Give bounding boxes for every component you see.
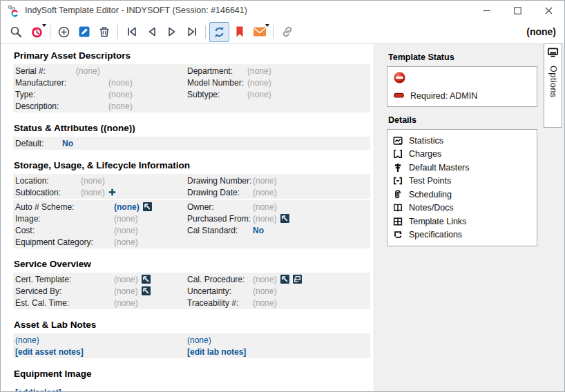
field-default-label: Default: [15,139,62,148]
plus-icon[interactable] [108,188,116,196]
template-editor-window: IndySoft Template Editor - INDYSOFT (Ses… [0,0,565,392]
field-drawing-date-value: (none) [253,188,277,197]
next-button[interactable] [162,22,182,42]
next-icon [166,26,178,38]
current-record-label: (none) [526,26,556,37]
field-cost-label: Cost: [15,226,114,235]
required-dash-icon [394,91,404,101]
jump-icon[interactable] [142,286,151,295]
last-icon [186,26,198,38]
test-points-icon [392,176,403,186]
field-cal-procedure-value: (none) [253,275,277,284]
section-primary-asset-descriptors: Primary Asset DescriptorsSerial #:(none)… [13,50,374,112]
toolbar-buttons [6,22,297,42]
section-equipment-image: Equipment Image[add/select] [13,368,374,392]
add-icon [57,26,70,39]
options-tab-label: Options [548,66,558,98]
jump-icon[interactable] [280,275,289,284]
details-item-default-masters[interactable]: Default Masters [392,161,532,175]
refresh-button[interactable] [209,22,229,42]
history-button[interactable] [26,22,46,42]
link-button[interactable] [277,22,297,42]
specifications-icon [392,230,403,239]
jump-icon[interactable] [143,202,152,211]
first-button[interactable] [122,22,142,42]
main-sections: Primary Asset DescriptorsSerial #:(none)… [1,44,374,391]
field-row: Equipment Category:(none) [13,236,370,248]
details-title: Details [388,115,564,125]
email-button[interactable] [249,22,269,42]
field-type-label: Type: [15,90,108,99]
last-button[interactable] [182,22,202,42]
field-block: Cert. Template:(none)Cal. Procedure:(non… [13,273,370,309]
jump-icon[interactable] [142,275,151,284]
delete-button[interactable] [94,22,114,42]
jump-icon[interactable] [280,214,289,223]
titlebar: IndySoft Template Editor - INDYSOFT (Ses… [1,1,564,20]
previous-button[interactable] [142,22,162,42]
maximize-button[interactable] [502,1,533,20]
details-item-notes-docs[interactable]: Notes/Docs [392,202,532,215]
scheduling-icon [392,190,403,199]
history-icon [30,25,44,39]
minimize-button[interactable] [471,1,502,20]
refresh-icon [213,26,226,39]
field-manufacturer-value: (none) [108,78,133,88]
section-asset-lab-notes: Asset & Lab Notes(none)(none)[edit asset… [13,319,374,358]
field-est-cal-time-label: Est. Cal. Time: [15,298,114,308]
details-item-test-points[interactable]: Test Points [392,175,532,188]
field-auto-scheme-value[interactable]: (none) [114,202,140,212]
field-image-value: (none) [114,214,138,224]
field-row: Auto # Scheme:(none)Owner:(none) [13,201,370,213]
notes-docs-icon [392,203,403,213]
field-uncertainty-value: (none) [253,286,277,296]
bookmark-button[interactable] [229,22,249,42]
asset-notes-value[interactable]: (none) [15,335,39,345]
window-title: IndySoft Template Editor - INDYSOFT (Ses… [25,6,247,15]
field-row: Sublocation:(none)Drawing Date:(none) [13,186,370,198]
field-est-cal-time-value: (none) [114,298,138,308]
section-service-overview: Service OverviewCert. Template:(none)Cal… [13,258,374,309]
add-select-image-link[interactable]: [add/select] [15,388,61,392]
field-row: (none)(none) [13,334,370,346]
close-button[interactable] [533,1,564,20]
lab-notes-value[interactable]: (none) [187,335,211,345]
details-item-template-links[interactable]: Template Links [392,215,532,228]
link-icon [280,25,294,39]
template-status-box: Required: ADMIN [387,66,537,107]
details-item-scheduling[interactable]: Scheduling [392,188,532,202]
field-row: Location:(none)Drawing Number:(none) [13,175,370,186]
toolbar-separator [117,25,118,39]
options-tab[interactable]: Options [544,43,562,128]
field-cal-standard-label: Cal Standard: [187,226,253,235]
field-default-value[interactable]: No [62,139,73,148]
details-item-charges[interactable]: Charges [392,148,532,161]
details-item-statistics[interactable]: Statistics [392,134,532,148]
field-traceability-label: Traceability #: [187,298,253,308]
field-block: Auto # Scheme:(none)Owner:(none)Image:(n… [13,200,370,248]
search-button[interactable] [6,22,26,42]
add-button[interactable] [54,22,74,42]
field-row: Cost:(none)Cal Standard:No [13,224,370,236]
field-subtype-label: Subtype: [187,90,247,99]
template-status-title: Template Status [388,52,564,62]
openwin-icon[interactable] [293,275,302,284]
field-block: (none)(none)[edit asset notes][edit lab … [13,333,370,358]
field-department-value: (none) [247,66,271,76]
edit-lab-notes-link[interactable]: [edit lab notes] [187,347,246,357]
edit-asset-notes-link[interactable]: [edit asset notes] [15,347,84,357]
edit-button[interactable] [74,22,94,42]
field-cal-standard-value[interactable]: No [253,226,264,235]
statistics-icon [392,136,403,146]
field-purchased-from-value: (none) [253,214,277,224]
field-row: Manufacturer:(none)Model Number:(none) [13,77,370,88]
field-traceability-value: (none) [253,298,277,308]
required-status-row: Required: ADMIN [394,91,530,101]
field-equipment-category-value: (none) [114,237,138,247]
dropdown-caret-icon [42,24,46,27]
details-item-specifications[interactable]: Specifications [392,228,532,242]
field-owner-value: (none) [253,202,277,212]
toolbar-separator [50,25,50,39]
field-type-value: (none) [108,90,133,99]
edit-icon [78,26,90,38]
